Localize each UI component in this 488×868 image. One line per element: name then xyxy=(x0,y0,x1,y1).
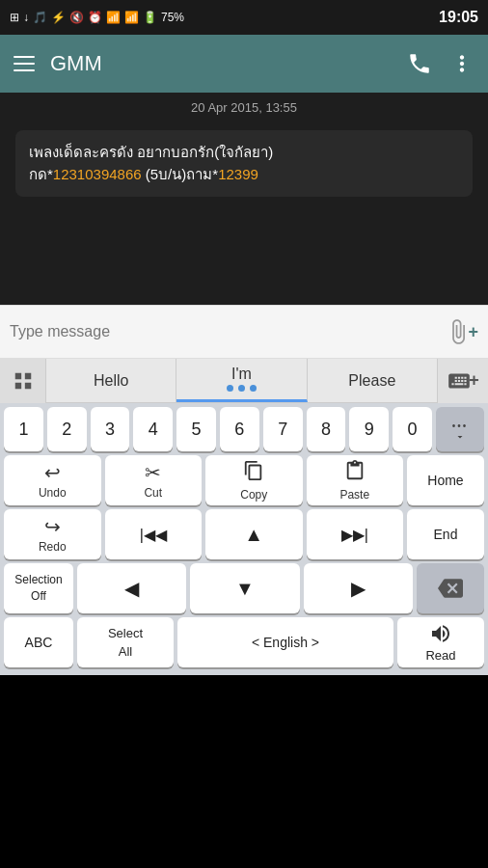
nav-row-1: ↪ Redo |◀◀ ▲ ▶▶| End xyxy=(4,509,484,559)
keyboard: 1 2 3 4 5 6 7 8 9 0 ••• ↩ Undo ✂ Cut Cop… xyxy=(0,403,488,675)
message-text-part1: เพลงเด็ดละครดัง อยากบอกรัก(ใจกัลยา) xyxy=(29,144,273,160)
bottom-row: ABC SelectAll < English > Read xyxy=(4,617,484,667)
nav-row-2: SelectionOff ◀ ▼ ▶ xyxy=(4,563,484,613)
message-input[interactable] xyxy=(10,323,445,340)
key-abc[interactable]: ABC xyxy=(4,617,73,667)
message-link-1[interactable]: 12310394866 xyxy=(53,166,142,182)
number-row: 1 2 3 4 5 6 7 8 9 0 ••• xyxy=(4,407,484,451)
signal-icon: 📶 xyxy=(124,11,139,24)
key-8[interactable]: 8 xyxy=(307,407,346,451)
key-up[interactable]: ▲ xyxy=(205,509,303,559)
key-selection-off[interactable]: SelectionOff xyxy=(4,563,73,613)
key-9[interactable]: 9 xyxy=(349,407,389,451)
key-0[interactable]: 0 xyxy=(393,407,432,451)
download-icon: ↓ xyxy=(23,11,29,24)
quick-phrase-please[interactable]: Please xyxy=(308,359,438,402)
key-down[interactable]: ▼ xyxy=(190,563,299,613)
message-bubble: เพลงเด็ดละครดัง อยากบอกรัก(ใจกัลยา) กด*1… xyxy=(15,130,473,197)
quick-phrase-hello[interactable]: Hello xyxy=(46,359,176,402)
quick-bar-grid-button[interactable] xyxy=(0,359,46,403)
key-backspace[interactable] xyxy=(417,563,484,613)
more-options-button[interactable] xyxy=(449,51,474,76)
attach-icon[interactable]: + xyxy=(445,318,478,345)
key-right[interactable]: ▶ xyxy=(304,563,413,613)
key-6[interactable]: 6 xyxy=(220,407,259,451)
status-bar: ⊞ ↓ 🎵 ⚡ 🔇 ⏰ 📶 📶 🔋 75% 19:05 xyxy=(0,0,488,35)
key-home[interactable]: Home xyxy=(407,455,484,505)
call-button[interactable] xyxy=(407,51,432,76)
key-read-label: Read xyxy=(425,648,455,663)
input-area: + xyxy=(0,305,488,359)
alarm-icon: ⏰ xyxy=(88,11,102,24)
speaker-icon xyxy=(429,622,452,648)
key-1[interactable]: 1 xyxy=(4,407,43,451)
key-7[interactable]: 7 xyxy=(263,407,303,451)
bluetooth-icon: ⚡ xyxy=(51,11,66,24)
message-text-part2-mid: (5บ/น)ถาม* xyxy=(142,166,219,182)
date-separator: 20 Apr 2015, 13:55 xyxy=(0,93,488,122)
status-time: 19:05 xyxy=(439,9,478,26)
key-3[interactable]: 3 xyxy=(91,407,130,451)
battery-percent: 75% xyxy=(161,11,184,24)
app-title: GMM xyxy=(50,51,102,76)
menu-button[interactable] xyxy=(14,56,35,71)
app-bar: GMM xyxy=(0,35,488,93)
key-dots[interactable]: ••• xyxy=(436,407,484,451)
message-link-2[interactable]: 12399 xyxy=(218,166,258,182)
keyboard-toggle-button[interactable]: + xyxy=(438,359,488,403)
key-select-all[interactable]: SelectAll xyxy=(77,617,174,667)
battery-icon: 🔋 xyxy=(143,11,157,24)
edit-row: ↩ Undo ✂ Cut Copy Paste Home xyxy=(4,455,484,505)
key-english[interactable]: < English > xyxy=(177,617,393,667)
wifi-icon: 📶 xyxy=(106,11,121,24)
status-icons: ⊞ ↓ 🎵 ⚡ 🔇 ⏰ 📶 📶 🔋 75% xyxy=(10,11,184,24)
key-undo[interactable]: ↩ Undo xyxy=(4,455,101,505)
quick-phrase-im[interactable]: I'm xyxy=(176,359,307,402)
quick-bar: Hello I'm Please + xyxy=(0,359,488,403)
key-read[interactable]: Read xyxy=(397,617,484,667)
key-redo[interactable]: ↪ Redo xyxy=(4,509,101,559)
key-skip-back[interactable]: |◀◀ xyxy=(105,509,203,559)
mute-icon: 🔇 xyxy=(69,11,84,24)
chat-area: 20 Apr 2015, 13:55 เพลงเด็ดละครดัง อยากบ… xyxy=(0,93,488,305)
key-2[interactable]: 2 xyxy=(47,407,87,451)
key-copy[interactable]: Copy xyxy=(205,455,303,505)
key-4[interactable]: 4 xyxy=(133,407,173,451)
key-5[interactable]: 5 xyxy=(176,407,216,451)
key-left[interactable]: ◀ xyxy=(77,563,186,613)
key-cut[interactable]: ✂ Cut xyxy=(105,455,203,505)
message-text-part2-pre: กด* xyxy=(29,166,53,182)
key-paste[interactable]: Paste xyxy=(307,455,404,505)
grid-icon: ⊞ xyxy=(10,11,19,24)
key-end[interactable]: End xyxy=(407,509,484,559)
key-skip-forward[interactable]: ▶▶| xyxy=(307,509,404,559)
music-icon: 🎵 xyxy=(33,11,47,24)
